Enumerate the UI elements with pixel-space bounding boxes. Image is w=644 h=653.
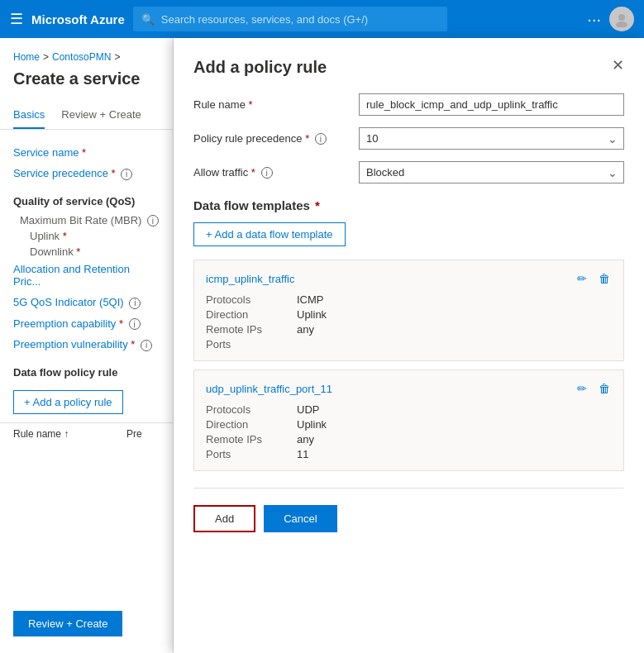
card-actions-1: ✏ 🗑 [575,380,612,397]
service-name-label: Service name * [0,143,173,162]
template-0-ports-val [297,338,612,350]
rule-name-input[interactable] [359,93,624,116]
template-0-remoteips-val: any [297,323,612,336]
add-data-flow-template-button[interactable]: + Add a data flow template [193,222,346,246]
top-navigation: ☰ Microsoft Azure 🔍 ··· [0,0,644,38]
template-1-ports-val: 11 [297,448,612,460]
precedence-info-icon[interactable]: i [315,133,327,145]
rule-table-header: Rule name ↑ Pre [0,422,173,445]
svg-point-0 [618,14,625,21]
template-0-ports-key: Ports [206,338,297,350]
user-avatar[interactable] [609,7,634,31]
modal-close-button[interactable]: ✕ [612,58,624,73]
breadcrumb: Home > ContosoPMN > [0,51,173,63]
edit-template-0-button[interactable]: ✏ [575,270,589,287]
precedence-label: Policy rule precedence * i [193,132,359,145]
template-card-0: icmp_uplink_traffic ✏ 🗑 Protocols ICMP D… [193,260,624,361]
content-area: Add a policy rule ✕ Rule name * Policy r… [174,38,644,653]
template-name-1: udp_uplink_traffic_port_11 [206,383,332,395]
modal-panel: Add a policy rule ✕ Rule name * Policy r… [174,38,644,653]
review-create-button[interactable]: Review + Create [13,611,122,636]
breadcrumb-sep1: > [43,51,49,63]
nav-right: ··· [587,7,634,31]
cancel-button[interactable]: Cancel [264,505,336,532]
mbr-label: Maximum Bit Rate (MBR) i [0,212,173,229]
search-input[interactable] [161,13,439,26]
tab-review-create[interactable]: Review + Create [61,102,141,129]
template-fields-1: Protocols UDP Direction Uplink Remote IP… [206,403,612,460]
preemption-cap-info[interactable]: i [129,318,141,330]
preemption-vuln-info[interactable]: i [141,340,152,351]
edit-template-1-button[interactable]: ✏ [575,380,589,397]
template-card-header-0: icmp_uplink_traffic ✏ 🗑 [206,270,612,287]
precedence-select-wrapper[interactable]: 10 20 30 [359,127,624,150]
allow-traffic-select[interactable]: Blocked Allowed [359,161,624,184]
svg-point-1 [616,21,627,27]
allow-traffic-label: Allow traffic * i [193,166,359,179]
add-button[interactable]: Add [193,505,255,532]
left-panel: Home > ContosoPMN > Create a service Bas… [0,38,174,653]
template-1-remoteips-key: Remote IPs [206,433,297,446]
page-title: Create a service [0,69,173,88]
modal-overlay: Add a policy rule ✕ Rule name * Policy r… [174,38,644,653]
template-1-protocols-val: UDP [297,403,612,416]
template-1-protocols-key: Protocols [206,403,297,416]
template-fields-0: Protocols ICMP Direction Uplink Remote I… [206,293,612,350]
breadcrumb-home[interactable]: Home [13,51,40,63]
template-1-remoteips-val: any [297,433,612,446]
arp-label: Allocation and Retention Pric... [0,260,173,291]
service-precedence-info[interactable]: i [121,169,132,180]
qos-section-label: Quality of service (QoS) [0,192,173,211]
add-policy-rule-button[interactable]: + Add a policy rule [13,390,123,414]
tabs-row: Basics Review + Create [0,102,173,130]
preemption-vuln-label: Preemption vulnerability * i [0,335,173,355]
data-flow-section-title: Data flow templates * [193,198,624,212]
allow-traffic-info-icon[interactable]: i [261,167,273,179]
main-layout: Home > ContosoPMN > Create a service Bas… [0,38,644,653]
search-bar[interactable]: 🔍 [133,7,447,31]
rule-name-column[interactable]: Rule name ↑ [13,428,126,440]
preemption-cap-label: Preemption capability * i [0,314,173,334]
breadcrumb-contoso[interactable]: ContosoPMN [52,51,111,63]
template-name-0: icmp_uplink_traffic [206,273,294,285]
template-card-header-1: udp_uplink_traffic_port_11 ✏ 🗑 [206,380,612,397]
precedence-row: Policy rule precedence * i 10 20 30 [193,127,624,150]
breadcrumb-sep2: > [114,51,120,63]
modal-header: Add a policy rule ✕ [193,58,624,77]
template-1-direction-val: Uplink [297,418,612,431]
precedence-column: Pre [126,428,160,440]
hamburger-icon[interactable]: ☰ [10,10,23,28]
more-options-icon[interactable]: ··· [587,10,601,29]
qos-indicator-label: 5G QoS Indicator (5QI) i [0,293,173,312]
template-card-1: udp_uplink_traffic_port_11 ✏ 🗑 Protocols… [193,369,624,471]
modal-footer: Add Cancel [193,488,624,532]
template-0-protocols-val: ICMP [297,293,612,306]
template-0-direction-val: Uplink [297,308,612,321]
search-icon: 🔍 [141,13,155,26]
precedence-select[interactable]: 10 20 30 [359,127,624,150]
policy-section-label: Data flow policy rule [0,363,173,382]
rule-name-row: Rule name * [193,93,624,116]
tab-basics[interactable]: Basics [13,102,45,129]
downlink-label: Downlink * [0,244,173,260]
template-0-remoteips-key: Remote IPs [206,323,297,336]
template-0-direction-key: Direction [206,308,297,321]
template-1-direction-key: Direction [206,418,297,431]
mbr-info[interactable]: i [147,215,159,226]
azure-logo: Microsoft Azure [31,12,125,26]
modal-title: Add a policy rule [193,58,327,77]
template-1-ports-key: Ports [206,448,297,460]
uplink-label: Uplink * [0,228,173,244]
template-0-protocols-key: Protocols [206,293,297,306]
delete-template-0-button[interactable]: 🗑 [597,270,612,287]
data-flow-required-star: * [315,198,320,212]
rule-name-label: Rule name * [193,98,359,111]
allow-traffic-row: Allow traffic * i Blocked Allowed [193,161,624,184]
allow-traffic-select-wrapper[interactable]: Blocked Allowed [359,161,624,184]
qos-info[interactable]: i [129,298,141,309]
service-precedence-label: Service precedence * i [0,164,173,184]
delete-template-1-button[interactable]: 🗑 [597,380,612,397]
card-actions-0: ✏ 🗑 [575,270,612,287]
